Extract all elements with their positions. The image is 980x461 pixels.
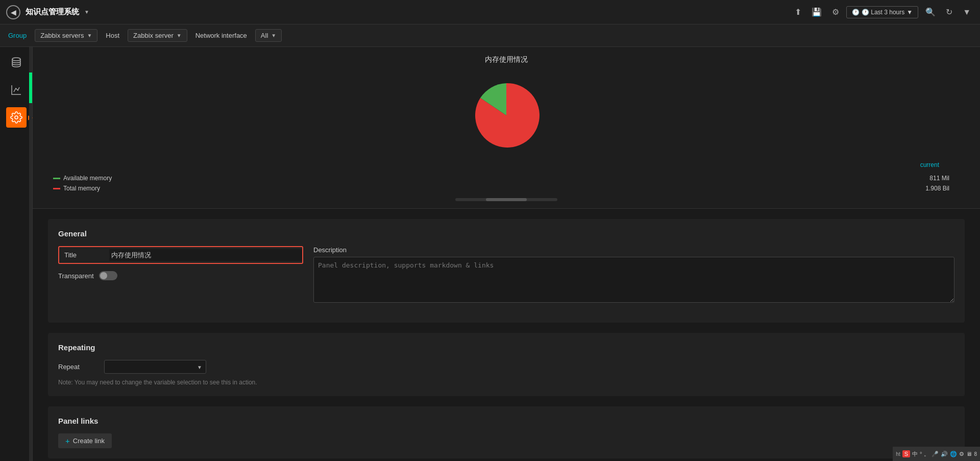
time-range-button[interactable]: 🕐 🕐 Last 3 hours ▼ — [846, 6, 918, 18]
host-value: Zabbix server — [133, 32, 174, 39]
title-input[interactable] — [109, 249, 302, 261]
back-icon: ◀ — [11, 8, 16, 16]
general-form-right: Description — [313, 246, 954, 304]
pie-chart — [471, 80, 542, 151]
title-dropdown-icon[interactable]: ▼ — [84, 9, 89, 15]
taskbar-8: 8 — [974, 451, 977, 457]
available-memory-value: 811 Mil — [929, 175, 960, 182]
repeat-select-wrapper: ▼ — [104, 360, 206, 374]
group-value: Zabbix servers — [40, 32, 84, 39]
horizontal-scrollbar[interactable] — [455, 198, 557, 201]
host-filter-label: Host — [106, 32, 119, 39]
transparent-toggle[interactable] — [99, 271, 117, 280]
general-form-row: Title Transparent Description — [58, 246, 954, 304]
share-button[interactable]: ⬆ — [792, 5, 804, 19]
filter-bar: Group Zabbix servers ▼ Host Zabbix serve… — [0, 25, 980, 47]
repeat-select[interactable] — [104, 360, 206, 374]
app-title: 知识点管理系统 — [26, 7, 79, 17]
save-button[interactable]: 💾 — [808, 5, 825, 19]
panel-links-title: Panel links — [58, 417, 954, 425]
sidebar-item-settings[interactable] — [6, 107, 27, 128]
all-dropdown[interactable]: All ▼ — [255, 29, 282, 42]
right-scrollbar-thumb — [29, 72, 32, 103]
description-label: Description — [313, 246, 954, 254]
transparent-label: Transparent — [58, 272, 94, 280]
general-section-title: General — [58, 229, 954, 238]
network-filter-label: Network interface — [195, 32, 247, 39]
horizontal-scrollbar-thumb — [486, 198, 527, 201]
search-icon: 🔍 — [925, 8, 936, 16]
total-memory-label: Total memory — [63, 185, 100, 192]
gear-icon: ⚙ — [832, 8, 839, 16]
legend-row-available: Available memory 811 Mil — [53, 175, 960, 182]
top-bar-left: ◀ 知识点管理系统 ▼ — [6, 5, 89, 19]
panel-edit-area: General Title Transparent — [33, 209, 980, 461]
repeating-section: Repeating Repeat ▼ Note: You may need to… — [48, 333, 965, 396]
legend-area: Available memory 811 Mil Total memory 1.… — [43, 171, 970, 196]
group-dropdown-arrow: ▼ — [87, 33, 92, 38]
time-arrow-icon: ▼ — [906, 9, 913, 16]
save-icon: 💾 — [812, 8, 822, 16]
toggle-knob — [100, 272, 107, 279]
taskbar-url: ht — [896, 451, 900, 457]
chart-container — [43, 69, 970, 161]
top-bar: ◀ 知识点管理系统 ▼ ⬆ 💾 ⚙ 🕐 🕐 Last 3 hours ▼ 🔍 ↻… — [0, 0, 980, 25]
sidebar-item-chart[interactable] — [6, 80, 27, 100]
main-area: 内存使用情况 current Available memory — [0, 47, 980, 461]
content-area: 内存使用情况 current Available memory — [33, 47, 980, 461]
taskbar-s[interactable]: S — [902, 450, 910, 457]
svg-point-0 — [12, 58, 20, 61]
repeating-section-title: Repeating — [58, 343, 954, 352]
taskbar-settings-icon[interactable]: ⚙ — [959, 451, 964, 457]
panel-links-section: Panel links + Create link — [48, 406, 965, 458]
back-button[interactable]: ◀ — [6, 5, 20, 19]
all-dropdown-arrow: ▼ — [271, 33, 276, 38]
taskbar-dot1: ° — [920, 451, 922, 457]
all-value: All — [261, 32, 268, 39]
repeat-label: Repeat — [58, 363, 99, 371]
chart-section: 内存使用情况 current Available memory — [33, 47, 980, 209]
search-button[interactable]: 🔍 — [922, 5, 939, 19]
clock-icon: 🕐 — [852, 9, 860, 16]
legend-current-label: current — [920, 161, 960, 168]
group-filter-label: Group — [8, 32, 27, 39]
refresh-dropdown-button[interactable]: ▼ — [960, 6, 974, 19]
top-bar-right: ⬆ 💾 ⚙ 🕐 🕐 Last 3 hours ▼ 🔍 ↻ ▼ — [792, 5, 974, 19]
total-memory-value: 1.908 Bil — [925, 185, 960, 192]
refresh-button[interactable]: ↻ — [943, 5, 955, 19]
general-section: General Title Transparent — [48, 219, 965, 323]
repeat-row: Repeat ▼ — [58, 360, 954, 374]
host-dropdown-arrow: ▼ — [177, 33, 182, 38]
available-memory-dot — [53, 178, 60, 179]
settings-button[interactable]: ⚙ — [829, 5, 842, 19]
group-dropdown[interactable]: Zabbix servers ▼ — [35, 29, 97, 42]
chevron-down-icon: ▼ — [963, 8, 971, 16]
create-link-label: Create link — [73, 437, 105, 445]
right-scrollbar[interactable] — [29, 47, 32, 461]
taskbar-speaker-icon[interactable]: 🔊 — [941, 451, 948, 457]
repeat-note: Note: You may need to change the variabl… — [58, 379, 954, 386]
general-form-left: Title Transparent — [58, 246, 303, 280]
taskbar-dot2: 。 — [924, 450, 929, 458]
transparent-row: Transparent — [58, 271, 303, 280]
taskbar-display-icon[interactable]: 🖥 — [966, 451, 972, 457]
taskbar-cn[interactable]: 中 — [912, 450, 918, 458]
sidebar-item-database[interactable] — [6, 52, 27, 72]
create-link-button[interactable]: + Create link — [58, 433, 112, 448]
time-range-label: 🕐 Last 3 hours — [862, 9, 904, 16]
svg-point-1 — [15, 116, 18, 119]
share-icon: ⬆ — [795, 8, 801, 16]
taskbar-mic-icon[interactable]: 🎤 — [932, 451, 939, 457]
description-textarea[interactable] — [313, 257, 954, 303]
refresh-icon: ↻ — [946, 8, 952, 16]
host-dropdown[interactable]: Zabbix server ▼ — [128, 29, 187, 42]
scrollbar-hint — [43, 196, 970, 203]
total-memory-dot — [53, 188, 60, 189]
plus-icon: + — [65, 436, 70, 445]
title-label: Title — [64, 251, 105, 259]
title-field-wrapper: Title — [58, 246, 303, 264]
taskbar-bottom: ht S 中 ° 。 🎤 🔊 🌐 ⚙ 🖥 8 — [893, 447, 980, 461]
chart-title: 内存使用情况 — [43, 55, 970, 64]
taskbar-network-icon[interactable]: 🌐 — [950, 451, 957, 457]
sidebar — [0, 47, 33, 461]
